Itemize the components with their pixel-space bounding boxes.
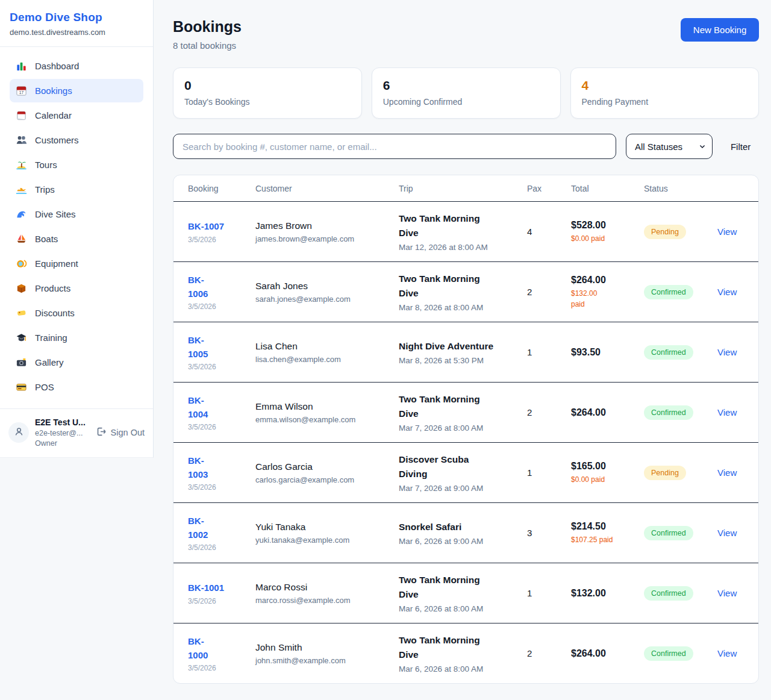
- sidebar-item-gallery[interactable]: Gallery: [10, 351, 143, 374]
- view-link[interactable]: View: [717, 648, 737, 658]
- booking-id-link[interactable]: BK- 1006: [188, 273, 248, 301]
- customer-cell: James Brownjames.brown@example.com: [255, 220, 399, 243]
- sidebar-item-pos[interactable]: POS: [10, 375, 143, 399]
- trip-cell: Two Tank Morning DiveMar 6, 2026 at 8:00…: [399, 633, 527, 673]
- table-row: BK- 10033/5/2026Carlos Garciacarlos.garc…: [173, 443, 758, 503]
- status-cell: Confirmed: [644, 526, 717, 540]
- booking-cell: BK- 10003/5/2026: [188, 634, 255, 673]
- stats-row: 0 Today's Bookings 6 Upcoming Confirmed …: [173, 67, 759, 119]
- sidebar-item-label: Tours: [35, 160, 57, 170]
- bookings-table: Booking Customer Trip Pax Total Status B…: [173, 175, 759, 684]
- table-row: BK- 10043/5/2026Emma Wilsonemma.wilson@e…: [173, 383, 758, 443]
- sidebar-item-discounts[interactable]: Discounts: [10, 301, 143, 325]
- stat-card-todays-bookings: 0 Today's Bookings: [173, 67, 362, 119]
- actions-cell: View: [717, 227, 744, 237]
- column-header-status: Status: [644, 184, 717, 193]
- sailboat-icon: [16, 233, 27, 245]
- trip-name: Two Tank Morning Dive: [399, 272, 520, 301]
- total-cell: $264.00: [571, 407, 644, 418]
- page-subtitle: 8 total bookings: [173, 40, 242, 51]
- new-booking-button[interactable]: New Booking: [681, 18, 759, 42]
- sidebar-user-footer: E2E Test U... e2e-tester@... Owner Sign …: [0, 408, 153, 457]
- total-amount: $264.00: [571, 407, 637, 418]
- view-link[interactable]: View: [717, 407, 737, 417]
- view-link[interactable]: View: [717, 588, 737, 598]
- column-header-total: Total: [571, 184, 644, 193]
- sidebar-item-training[interactable]: Training: [10, 326, 143, 349]
- booking-id-link[interactable]: BK- 1005: [188, 333, 248, 361]
- sidebar-item-products[interactable]: Products: [10, 277, 143, 300]
- sidebar-item-customers[interactable]: Customers: [10, 128, 143, 152]
- view-link[interactable]: View: [717, 467, 737, 478]
- filter-button[interactable]: Filter: [722, 142, 759, 152]
- view-link[interactable]: View: [717, 287, 737, 297]
- customer-email: lisa.chen@example.com: [255, 355, 392, 364]
- trip-cell: Two Tank Morning DiveMar 7, 2026 at 8:00…: [399, 392, 527, 433]
- total-amount: $214.50: [571, 521, 637, 532]
- view-link[interactable]: View: [717, 227, 737, 237]
- total-amount: $132.00: [571, 588, 637, 599]
- amount-paid: $132.00 paid: [571, 288, 637, 310]
- status-badge: Confirmed: [644, 285, 693, 299]
- sign-out-label: Sign Out: [111, 428, 145, 437]
- sidebar-item-boats[interactable]: Boats: [10, 227, 143, 251]
- table-row: BK- 10023/5/2026Yuki Tanakayuki.tanaka@e…: [173, 503, 758, 563]
- status-cell: Pending: [644, 466, 717, 480]
- sidebar-item-calendar[interactable]: Calendar: [10, 104, 143, 127]
- customer-cell: Lisa Chenlisa.chen@example.com: [255, 341, 399, 364]
- sidebar-item-label: POS: [35, 382, 54, 392]
- customer-cell: Emma Wilsonemma.wilson@example.com: [255, 401, 399, 424]
- sidebar-item-label: Dashboard: [35, 61, 79, 71]
- page-title: Bookings: [173, 18, 242, 36]
- sidebar: Demo Dive Shop demo.test.divestreams.com…: [0, 0, 154, 458]
- total-amount: $93.50: [571, 347, 637, 358]
- trip-datetime: Mar 8, 2026 at 5:30 PM: [399, 356, 520, 365]
- sign-out-button[interactable]: Sign Out: [95, 426, 145, 439]
- sidebar-item-equipment[interactable]: Equipment: [10, 252, 143, 275]
- total-amount: $528.00: [571, 220, 637, 231]
- booking-date: 3/5/2026: [188, 543, 248, 552]
- booking-id-link[interactable]: BK- 1003: [188, 454, 248, 482]
- total-cell: $264.00$132.00 paid: [571, 275, 644, 310]
- view-link[interactable]: View: [717, 347, 737, 357]
- user-icon: [13, 426, 25, 440]
- booking-cell: BK- 10053/5/2026: [188, 333, 255, 372]
- booking-id-link[interactable]: BK-1007: [188, 219, 248, 233]
- status-select[interactable]: All Statuses: [626, 134, 713, 159]
- trip-name: Two Tank Morning Dive: [399, 573, 520, 602]
- trip-name: Two Tank Morning Dive: [399, 211, 520, 240]
- actions-cell: View: [717, 287, 744, 298]
- search-input[interactable]: [173, 134, 616, 159]
- view-link[interactable]: View: [717, 528, 737, 538]
- trip-name: Two Tank Morning Dive: [399, 633, 520, 662]
- table-body: BK-10073/5/2026James Brownjames.brown@ex…: [173, 202, 758, 683]
- trip-datetime: Mar 6, 2026 at 8:00 AM: [399, 664, 520, 673]
- sidebar-item-bookings[interactable]: 17Bookings: [10, 79, 143, 102]
- table-row: BK- 10063/5/2026Sarah Jonessarah.jones@e…: [173, 262, 758, 322]
- sidebar-item-tours[interactable]: Tours: [10, 153, 143, 177]
- sidebar-item-trips[interactable]: Trips: [10, 178, 143, 201]
- trip-datetime: Mar 7, 2026 at 9:00 AM: [399, 484, 520, 493]
- booking-id-link[interactable]: BK-1001: [188, 581, 248, 595]
- stat-card-pending-payment: 4 Pending Payment: [570, 67, 760, 119]
- status-badge: Confirmed: [644, 405, 693, 420]
- booking-id-link[interactable]: BK- 1004: [188, 393, 248, 422]
- status-badge: Confirmed: [644, 345, 693, 360]
- sidebar-item-dive-sites[interactable]: Dive Sites: [10, 202, 143, 226]
- booking-id-link[interactable]: BK- 1002: [188, 514, 248, 542]
- booking-id-link[interactable]: BK- 1000: [188, 634, 248, 663]
- filter-row: All Statuses Filter: [173, 134, 759, 159]
- status-cell: Pending: [644, 225, 717, 239]
- calendar-icon: [16, 110, 27, 121]
- total-amount: $165.00: [571, 461, 637, 472]
- sidebar-item-dashboard[interactable]: Dashboard: [10, 54, 143, 78]
- user-email: e2e-tester@...: [35, 429, 89, 437]
- customer-email: sarah.jones@example.com: [255, 295, 392, 304]
- booking-cell: BK- 10043/5/2026: [188, 393, 255, 432]
- package-icon: [16, 283, 27, 294]
- table-row: BK- 10003/5/2026John Smithjohn.smith@exa…: [173, 623, 758, 683]
- customer-cell: Marco Rossimarco.rossi@example.com: [255, 582, 399, 605]
- sidebar-item-label: Boats: [35, 234, 58, 244]
- stat-value: 4: [582, 78, 748, 93]
- sidebar-item-label: Gallery: [35, 357, 64, 367]
